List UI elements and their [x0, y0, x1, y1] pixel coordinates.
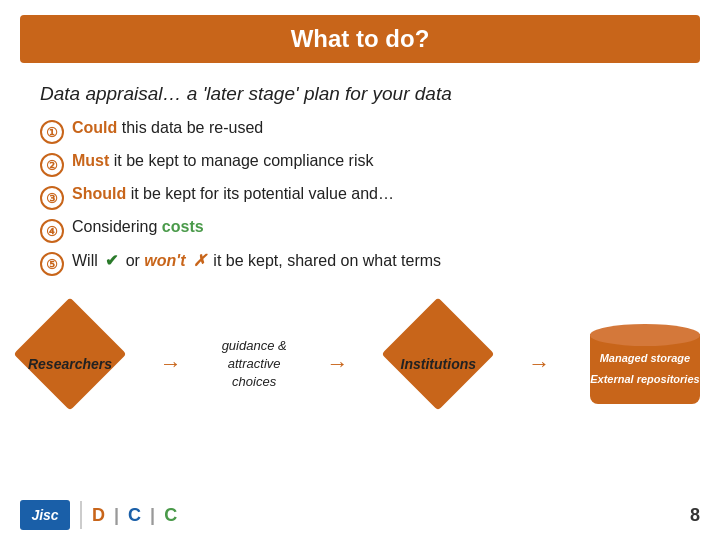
circle-5: ⑤: [40, 252, 64, 276]
jisc-label: Jisc: [31, 507, 58, 523]
cylinder: Managed storage External repositories: [590, 324, 700, 404]
subtitle: Data appraisal… a 'later stage' plan for…: [40, 83, 680, 105]
jisc-logo: Jisc: [20, 500, 70, 530]
middle-text-box: guidance & attractive choices: [222, 337, 287, 392]
cylinder-text: Managed storage External repositories: [590, 324, 700, 404]
item4-text: Considering costs: [72, 218, 204, 236]
researchers-diamond-wrap: Researchers: [20, 314, 120, 414]
should-highlight: Should: [72, 185, 126, 202]
storage-line2: External repositories: [590, 372, 699, 387]
circle-1: ①: [40, 120, 64, 144]
middle-line2: attractive: [228, 356, 281, 371]
researchers-label: Researchers: [28, 356, 112, 372]
circle-4: ④: [40, 219, 64, 243]
cylinder-wrap: Managed storage External repositories: [590, 324, 700, 404]
storage-line1: Managed storage: [600, 351, 690, 366]
arrow-right-1: →: [160, 351, 182, 377]
researchers-diamond: [13, 297, 126, 410]
could-highlight: Could: [72, 119, 117, 136]
middle-line1: guidance &: [222, 338, 287, 353]
dcc-sep2: |: [150, 505, 157, 525]
costs-highlight: costs: [162, 218, 204, 235]
institutions-diamond: [382, 297, 495, 410]
item1-text: Could this data be re-used: [72, 119, 263, 137]
list-item-1: ① Could this data be re-used: [40, 119, 680, 144]
list-item-2: ② Must it be kept to manage compliance r…: [40, 152, 680, 177]
check-icon: ✔: [105, 252, 118, 269]
title-bar: What to do?: [20, 15, 700, 63]
dcc-d: D: [92, 505, 107, 525]
dcc-c2: C: [164, 505, 179, 525]
footer-logo: Jisc D | C | C: [20, 500, 179, 530]
institutions-diamond-wrap: Institutions: [388, 314, 488, 414]
wont-highlight: won't: [144, 252, 185, 269]
list-item-5: ⑤ Will ✔ or won't ✗ it be kept, shared o…: [40, 251, 680, 276]
footer: Jisc D | C | C 8: [0, 500, 720, 530]
list-item-3: ③ Should it be kept for its potential va…: [40, 185, 680, 210]
dcc-logo: D | C | C: [92, 505, 179, 526]
item3-text: Should it be kept for its potential valu…: [72, 185, 394, 203]
must-highlight: Must: [72, 152, 109, 169]
arrow-right-2: →: [327, 351, 349, 377]
list-item-4: ④ Considering costs: [40, 218, 680, 243]
middle-line3: choices: [232, 374, 276, 389]
circle-3: ③: [40, 186, 64, 210]
circle-2: ②: [40, 153, 64, 177]
item5-text: Will ✔ or won't ✗ it be kept, shared on …: [72, 251, 441, 270]
main-content: Data appraisal… a 'later stage' plan for…: [0, 73, 720, 294]
dcc-divider: [80, 501, 82, 529]
cross-icon: ✗: [193, 252, 206, 269]
item2-text: Must it be kept to manage compliance ris…: [72, 152, 373, 170]
page-number: 8: [690, 505, 700, 526]
dcc-sep1: |: [114, 505, 121, 525]
diagram-area: Researchers → guidance & attractive choi…: [0, 314, 720, 414]
dcc-c: C: [128, 505, 143, 525]
institutions-label: Institutions: [401, 356, 476, 372]
arrow-right-3: →: [528, 351, 550, 377]
page-title: What to do?: [40, 25, 680, 53]
